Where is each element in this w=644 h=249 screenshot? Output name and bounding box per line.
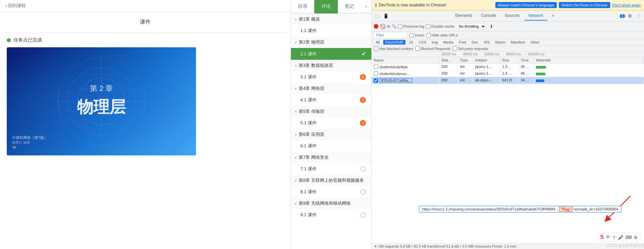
disable-cache-checkbox[interactable] bbox=[426, 24, 430, 29]
tab-more[interactable]: › bbox=[361, 0, 371, 13]
network-table-header: Name Stat... Type Initiator Size Time Wa… bbox=[372, 57, 644, 64]
match-language-button[interactable]: Always match Chrome's language bbox=[495, 2, 557, 8]
more-options-button[interactable]: ⋮ bbox=[635, 12, 643, 20]
slide-title: 课件 bbox=[0, 12, 291, 33]
row-checkbox-1[interactable] bbox=[374, 65, 378, 69]
third-party-checkbox[interactable] bbox=[453, 46, 457, 51]
type-btn-js[interactable]: JS bbox=[407, 40, 415, 45]
chapter-item-9-1[interactable]: 9.1 课件 bbox=[291, 209, 371, 221]
type-btn-ws[interactable]: WS bbox=[481, 40, 492, 45]
type-btn-all[interactable]: All bbox=[374, 40, 382, 45]
type-btn-manifest[interactable]: Manifest bbox=[509, 40, 527, 45]
chapter-number: 第 2 章 bbox=[90, 84, 113, 93]
chapter-header-9[interactable]: ▾ 第9章 无线网络和移动网络 bbox=[291, 198, 371, 209]
disable-cache-label[interactable]: Disable cache bbox=[426, 24, 454, 29]
col-header-initiator[interactable]: Initiator bbox=[473, 57, 500, 63]
col-header-waterfall[interactable]: Waterfall bbox=[534, 57, 644, 63]
tab-sources[interactable]: Sources bbox=[501, 11, 524, 21]
col-header-status[interactable]: Stat... bbox=[439, 57, 458, 63]
tab-discuss[interactable]: 讨论 bbox=[314, 0, 338, 13]
tab-notes[interactable]: 笔记 bbox=[338, 0, 361, 13]
cell-type-2: xhr bbox=[458, 70, 473, 77]
chapter-header-3[interactable]: ▾ 第3章 数据链路层 bbox=[291, 60, 371, 71]
chapter-item-5-1[interactable]: 5.1 课件 1 bbox=[291, 117, 371, 129]
preserve-log-label[interactable]: Preserve log bbox=[398, 24, 424, 29]
chapter-header-5[interactable]: ▾ 第5章 传输层 bbox=[291, 106, 371, 117]
tab-network[interactable]: Network bbox=[524, 11, 547, 21]
tab-elements[interactable]: Elements bbox=[451, 11, 476, 21]
chapter-header-4[interactable]: ▾ 第4章 网络层 bbox=[291, 83, 371, 94]
col-header-type[interactable]: Type bbox=[458, 57, 473, 63]
cell-status-3: 200 bbox=[439, 77, 458, 84]
item-label-9-1: 9.1 课件 bbox=[300, 212, 317, 218]
type-btn-wasm[interactable]: Wasm bbox=[493, 40, 507, 45]
table-row[interactable]: 3f25d3c971a96a... 200 xhr all-class-... … bbox=[372, 77, 644, 84]
book-info: 计算机网络（第7版） 谢希仁 编著 🏫 bbox=[12, 135, 48, 149]
chapter-header-6[interactable]: ▾ 第6章 应用层 bbox=[291, 129, 371, 140]
record-button[interactable] bbox=[374, 24, 378, 29]
back-nav[interactable]: 回到课程 bbox=[0, 0, 291, 12]
chapter-header-2[interactable]: ▾ 第2章 物理层 bbox=[291, 36, 371, 48]
dont-show-again-link[interactable]: Don't show again bbox=[612, 3, 641, 7]
table-row[interactable]: studentstudyAjax 200 xhr jquery-1... 1.3… bbox=[372, 64, 644, 70]
type-btn-doc[interactable]: Doc bbox=[470, 40, 480, 45]
chapter-item-2-1[interactable]: 2.1 课件 ✔ bbox=[291, 48, 371, 60]
item-label-6-1: 6.1 课件 bbox=[300, 143, 317, 149]
settings-button[interactable]: ⚙ bbox=[626, 12, 634, 20]
type-btn-img[interactable]: Img bbox=[430, 40, 440, 45]
has-blocked-cookies-checkbox[interactable] bbox=[374, 46, 378, 51]
timeline-60k: 60000 ms bbox=[485, 52, 499, 56]
import-har-button[interactable]: ⬇ bbox=[488, 22, 496, 30]
item-label-4-1: 4.1 课件 bbox=[300, 97, 317, 103]
invert-checkbox[interactable] bbox=[410, 33, 414, 38]
filter-button[interactable]: ⊘ bbox=[387, 24, 390, 29]
type-btn-media[interactable]: Media bbox=[441, 40, 455, 45]
col-header-size[interactable]: Size bbox=[500, 57, 519, 63]
chapter-item-1-1[interactable]: 1.1 课件 bbox=[291, 25, 371, 36]
chapter-item-6-1[interactable]: 6.1 课件 bbox=[291, 140, 371, 152]
col-header-time[interactable]: Time bbox=[519, 57, 534, 63]
chapter-title: 物理层 bbox=[77, 94, 126, 120]
row-checkbox-2[interactable] bbox=[374, 71, 378, 76]
chapter-item-7-1[interactable]: 7.1 课件 bbox=[291, 163, 371, 175]
type-btn-css[interactable]: CSS bbox=[417, 40, 428, 45]
invert-filter-label[interactable]: Invert bbox=[410, 33, 424, 38]
cell-time-3: 34 ... bbox=[519, 77, 534, 84]
preserve-log-checkbox[interactable] bbox=[398, 24, 402, 29]
throttle-select[interactable]: No throttling bbox=[456, 23, 486, 29]
filter-input[interactable] bbox=[374, 32, 407, 38]
flag-part: ?flag= bbox=[559, 207, 572, 211]
chapter-item-3-1[interactable]: 3.1 课件 5 bbox=[291, 71, 371, 83]
table-row[interactable]: studentstudycou... 200 xhr jquery-1... 1… bbox=[372, 70, 644, 77]
chapter-item-8-1[interactable]: 8.1 课件 bbox=[291, 186, 371, 198]
type-btn-font[interactable]: Font bbox=[457, 40, 468, 45]
switch-devtools-button[interactable]: Switch DevTools to Chinese bbox=[559, 2, 610, 8]
cell-time-2: 46 ... bbox=[519, 70, 534, 77]
type-btn-other[interactable]: Other bbox=[528, 40, 542, 45]
chapter-header-8[interactable]: ▾ 第8章 互联网上的音频和视频服务 bbox=[291, 175, 371, 186]
third-party-label[interactable]: 3rd-party requests bbox=[453, 46, 488, 51]
row-filename-1: studentstudyAjax bbox=[379, 65, 408, 69]
has-blocked-cookies-text: Has blocked cookies bbox=[379, 47, 413, 51]
blocked-requests-checkbox[interactable] bbox=[415, 46, 420, 51]
chapter-item-4-1[interactable]: 4.1 课件 1 bbox=[291, 94, 371, 106]
inspect-element-button[interactable]: ⬚ bbox=[373, 12, 381, 20]
tab-catalog[interactable]: 目录 bbox=[291, 0, 314, 13]
tab-console[interactable]: Console bbox=[477, 11, 500, 21]
has-blocked-cookies-label[interactable]: Has blocked cookies bbox=[374, 46, 413, 51]
blocked-requests-label[interactable]: Blocked Requests bbox=[415, 46, 451, 51]
cell-name-3: 3f25d3c971a96a... bbox=[372, 77, 439, 84]
col-header-name[interactable]: Name bbox=[372, 57, 439, 63]
hide-data-urls-checkbox[interactable] bbox=[426, 33, 431, 38]
chapter-header-1[interactable]: ▾ 第1章 概述 bbox=[291, 14, 371, 25]
network-filter-bar: Invert Hide data URLs bbox=[372, 31, 644, 39]
device-toolbar-button[interactable]: 📱 bbox=[382, 12, 390, 20]
tab-more-devtools[interactable]: » bbox=[548, 11, 559, 21]
search-button[interactable]: 🔍 bbox=[392, 24, 397, 29]
chapter-header-7[interactable]: ▾ 第7章 网络安全 bbox=[291, 152, 371, 163]
task-complete-label: 任务点已完成 bbox=[14, 37, 42, 43]
type-btn-fetch-xhr[interactable]: Fetch/XHR bbox=[383, 40, 405, 45]
clear-button[interactable]: 🚫 bbox=[380, 24, 386, 29]
hide-data-urls-label[interactable]: Hide data URLs bbox=[426, 33, 458, 38]
row-checkbox-3[interactable] bbox=[374, 78, 378, 83]
